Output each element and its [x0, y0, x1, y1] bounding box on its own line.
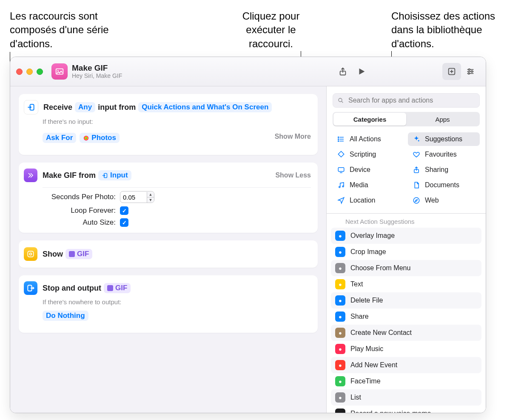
svg-point-1 [57, 70, 59, 71]
token-input[interactable]: Input [98, 170, 131, 180]
action-make-gif[interactable]: Make GIF from Input Show Less Seconds Pe… [19, 163, 318, 233]
svg-point-13 [30, 253, 32, 255]
suggestion-label: Overlay Image [350, 232, 395, 240]
suggestion-row[interactable]: ●Share [331, 309, 481, 325]
music-icon [337, 181, 345, 189]
label: Scripting [350, 151, 376, 158]
label: Seconds Per Photo: [43, 193, 116, 201]
input-icon [24, 100, 38, 114]
svg-rect-19 [338, 168, 344, 171]
show-more-button[interactable]: Show More [275, 133, 311, 140]
app-icon: ● [335, 295, 345, 306]
callout-text: Cliquez pour exécuter le raccourci. [242, 10, 300, 49]
suggestions-header: Next Action Suggestions [327, 214, 486, 228]
output-icon [24, 281, 37, 295]
cat-web[interactable]: Web [408, 194, 480, 207]
cat-favourites[interactable]: Favourites [408, 148, 480, 161]
suggestions-list[interactable]: ●Overlay Image●Crop Image●Choose From Me… [327, 228, 486, 413]
tag-icon [337, 150, 345, 159]
run-button[interactable] [352, 63, 371, 80]
suggestion-row[interactable]: ●Add New Event [331, 357, 481, 373]
label: Documents [425, 181, 459, 189]
svg-point-10 [85, 137, 87, 139]
token-gif[interactable]: GIF [66, 249, 92, 259]
suggestion-row[interactable]: ●Delete File [331, 292, 481, 309]
label: Suggestions [425, 135, 462, 143]
stepper-up[interactable]: ▲ [147, 192, 154, 197]
text: GIF [115, 284, 127, 292]
suggestion-row[interactable]: ●Create New Contact [331, 325, 481, 341]
action-show-result[interactable]: Show GIF [19, 240, 318, 268]
settings-button[interactable] [461, 63, 480, 80]
shortcut-app-icon [51, 63, 68, 80]
show-less-button[interactable]: Show Less [275, 171, 311, 179]
label: Auto Size: [43, 218, 116, 227]
suggestion-row[interactable]: ●Record a new voice memo [331, 406, 481, 413]
cat-documents[interactable]: Documents [408, 178, 480, 192]
text: Photos [91, 134, 116, 142]
suggestion-label: Delete File [350, 297, 383, 304]
stepper-down[interactable]: ▼ [147, 197, 154, 203]
cat-scripting[interactable]: Scripting [333, 148, 404, 161]
seconds-stepper[interactable]: ▲ ▼ [120, 191, 154, 203]
app-icon: ● [335, 263, 345, 273]
library-toggle-button[interactable] [442, 63, 461, 80]
token-photos[interactable]: Photos [80, 133, 120, 143]
gif-icon [24, 169, 37, 182]
token-source[interactable]: Quick Actions and What's On Screen [138, 102, 272, 112]
cat-sharing[interactable]: Sharing [408, 163, 480, 177]
svg-point-15 [339, 98, 342, 102]
suggestion-row[interactable]: ●Choose From Menu [331, 260, 481, 276]
seconds-input[interactable] [120, 194, 147, 201]
token-gif[interactable]: GIF [104, 283, 131, 293]
close-window-button[interactable] [16, 69, 23, 75]
callout-actions-series: Les raccourcis sont composés d'une série… [10, 9, 137, 51]
app-icon: ● [335, 231, 345, 241]
token-any[interactable]: Any [75, 102, 95, 112]
cat-suggestions[interactable]: Suggestions [408, 132, 480, 146]
search-icon [337, 97, 344, 104]
token-ask-for[interactable]: Ask For [43, 133, 76, 143]
suggestion-row[interactable]: ●Text [331, 276, 481, 292]
cat-all-actions[interactable]: All Actions [333, 132, 404, 146]
editor-canvas[interactable]: Receive Any input from Quick Actions and… [10, 86, 327, 413]
action-summary: Receive Any input from Quick Actions and… [43, 102, 311, 112]
shortcut-title[interactable]: Make GIF [72, 64, 122, 73]
suggestion-row[interactable]: ●Overlay Image [331, 228, 481, 244]
svg-point-16 [338, 137, 339, 138]
svg-point-23 [413, 197, 419, 203]
suggestion-row[interactable]: ●Play Music [331, 341, 481, 357]
suggestion-row[interactable]: ●Crop Image [331, 244, 481, 260]
action-stop-output[interactable]: Stop and output GIF If there's nowhere t… [19, 275, 318, 333]
app-icon: ● [335, 279, 345, 289]
action-summary: Make GIF from Input [43, 170, 270, 180]
loop-forever-checkbox[interactable]: ✓ [120, 206, 128, 215]
cat-location[interactable]: Location [333, 194, 404, 207]
text: Receive [43, 103, 72, 112]
auto-size-checkbox[interactable]: ✓ [120, 218, 128, 227]
action-receive-input[interactable]: Receive Any input from Quick Actions and… [19, 94, 318, 155]
svg-point-6 [468, 73, 470, 74]
label: Web [425, 197, 439, 204]
title-stack: Make GIF Hey Siri, Make GIF [72, 64, 122, 79]
share-button[interactable] [333, 63, 352, 80]
seg-apps[interactable]: Apps [406, 113, 479, 126]
zoom-window-button[interactable] [37, 69, 43, 75]
seg-categories[interactable]: Categories [333, 113, 406, 126]
suggestion-label: Record a new voice memo [350, 410, 431, 413]
suggestion-label: Play Music [350, 345, 383, 353]
suggestion-row[interactable]: ●List [331, 389, 481, 406]
token-do-nothing[interactable]: Do Nothing [43, 311, 88, 321]
location-icon [337, 196, 345, 205]
label: Media [350, 181, 368, 189]
cat-media[interactable]: Media [333, 178, 404, 192]
label: Sharing [425, 166, 448, 174]
search-input[interactable] [347, 96, 475, 105]
cat-device[interactable]: Device [333, 163, 404, 177]
quicklook-icon [24, 247, 37, 261]
library-segmented-control[interactable]: Categories Apps [333, 112, 480, 126]
minimize-window-button[interactable] [26, 69, 33, 75]
suggestion-row[interactable]: ●FaceTime [331, 373, 481, 389]
search-field[interactable] [333, 93, 480, 108]
svg-point-5 [471, 71, 473, 72]
